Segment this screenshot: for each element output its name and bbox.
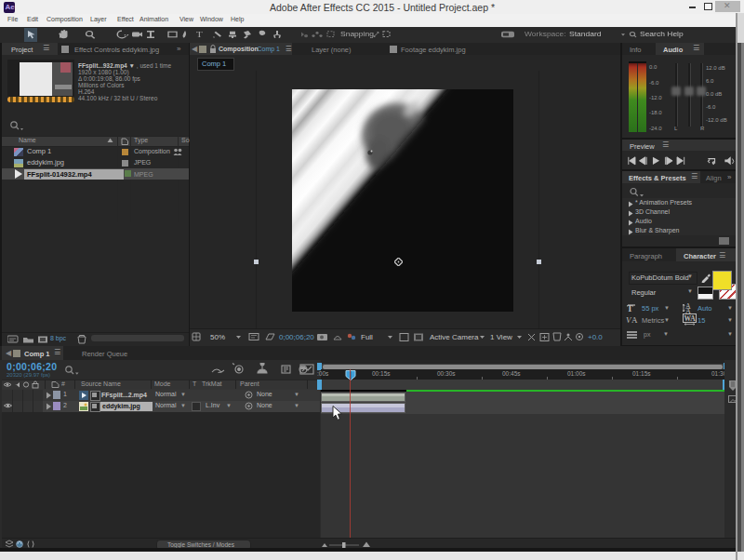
svg-text:Full: Full bbox=[361, 333, 373, 341]
svg-text:Search Help: Search Help bbox=[640, 31, 684, 38]
svg-text:50%: 50% bbox=[210, 333, 225, 341]
svg-text:A: A bbox=[685, 307, 691, 313]
svg-text:Snapping: Snapping bbox=[340, 31, 374, 38]
svg-text:+0.0: +0.0 bbox=[588, 333, 603, 341]
svg-text:0;00;06;20: 0;00;06;20 bbox=[279, 333, 314, 341]
svg-text:A: A bbox=[631, 315, 638, 325]
svg-text:WA: WA bbox=[684, 314, 697, 323]
svg-text:T: T bbox=[196, 30, 203, 39]
svg-text:Workspace:: Workspace: bbox=[525, 31, 566, 38]
svg-text:Active Camera: Active Camera bbox=[430, 333, 479, 341]
svg-text:Standard: Standard bbox=[569, 31, 601, 38]
svg-text:1 View: 1 View bbox=[490, 333, 512, 341]
